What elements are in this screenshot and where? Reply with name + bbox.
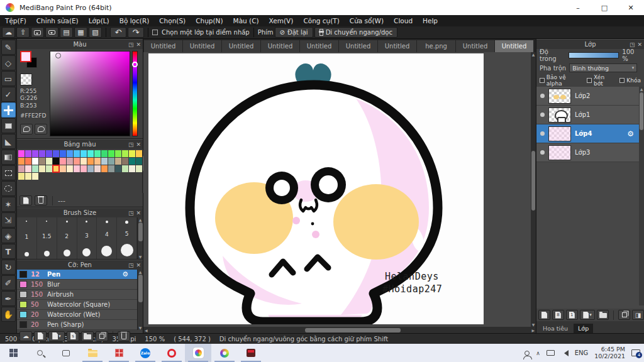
blend-mode-dropdown[interactable]: Bình thường ▾ — [569, 63, 637, 72]
palette-swatch[interactable] — [115, 158, 121, 165]
popout-icon[interactable]: ◳ — [128, 41, 134, 48]
taskbar-clock[interactable]: 6:45 PM 10/2/2021 — [594, 346, 625, 360]
panel-layout-icon[interactable]: ▦ — [74, 27, 87, 38]
palette-swatch[interactable] — [122, 158, 128, 165]
close-icon[interactable]: ✕ — [136, 41, 141, 48]
brush-cloud-button[interactable]: ☁ — [19, 331, 32, 341]
canvas-viewport[interactable]: HelanDeys #Hoidap247 ▲ ▼ — [143, 52, 536, 327]
task-view-button[interactable] — [53, 344, 79, 362]
palette-add-button[interactable] — [35, 124, 47, 134]
palette-swatch[interactable] — [18, 173, 25, 180]
palette-swatch[interactable] — [108, 150, 114, 157]
palette-swatch[interactable] — [87, 150, 94, 157]
palette-swatch[interactable] — [53, 150, 59, 157]
document-tab[interactable]: Untitled — [183, 40, 221, 52]
document-icon[interactable]: ▤ — [60, 27, 73, 38]
palette-swatch[interactable] — [74, 150, 80, 157]
menu-item[interactable]: Bộ lọc(R) — [114, 17, 155, 25]
brush-duplicate-button[interactable] — [96, 331, 108, 341]
panel-edit-icon[interactable]: ▧ — [89, 27, 102, 38]
palette-swatch[interactable] — [18, 158, 25, 165]
palette-swatch[interactable] — [25, 165, 31, 172]
palette-swatch[interactable] — [32, 165, 38, 172]
palette-swatch[interactable] — [74, 158, 80, 165]
scroll-down-icon[interactable]: ▼ — [139, 326, 142, 330]
palette-swatch[interactable] — [18, 150, 25, 157]
palette-swatch[interactable] — [60, 165, 66, 172]
opera-app-button[interactable] — [158, 344, 185, 362]
palette-swatch[interactable] — [67, 150, 73, 157]
brush-item[interactable]: 150Blur — [17, 280, 137, 290]
menu-item[interactable]: Màu (C) — [228, 17, 264, 25]
brush-size-option[interactable]: 5 — [117, 217, 137, 259]
layer-visibility-dot[interactable] — [540, 112, 545, 117]
palette-swatch[interactable] — [25, 150, 31, 157]
palette-swatch[interactable] — [80, 158, 87, 165]
move-tool[interactable] — [1, 102, 16, 118]
start-button[interactable] — [0, 344, 26, 362]
brush-script-button[interactable]: s — [67, 331, 79, 341]
new-palette-button[interactable] — [19, 195, 32, 206]
menu-item[interactable]: Lớp(L) — [84, 17, 114, 25]
palette-swatch[interactable] — [25, 173, 31, 180]
fill-rect-tool[interactable] — [1, 118, 16, 133]
brush-size-option[interactable]: 4 — [97, 217, 117, 259]
upload-icon[interactable]: ⇧ — [16, 27, 30, 38]
palette-swatch[interactable] — [60, 150, 66, 157]
paint-app-button[interactable] — [211, 344, 238, 362]
brush-size-option[interactable]: 1 — [17, 217, 37, 259]
menu-item[interactable]: Xem(V) — [264, 17, 299, 25]
palette-swatch[interactable] — [18, 165, 25, 172]
close-icon[interactable]: ✕ — [637, 41, 642, 48]
gear-icon[interactable]: ⚙ — [627, 129, 634, 138]
opacity-slider[interactable] — [569, 52, 619, 58]
menu-item[interactable]: Công cụ(T) — [298, 17, 344, 25]
palette-swatch[interactable] — [46, 165, 52, 172]
document-tab[interactable]: Untitled — [144, 40, 182, 52]
maximize-button[interactable]: □ — [591, 0, 618, 15]
hue-slider[interactable] — [132, 51, 138, 136]
palette-swatch[interactable] — [94, 165, 101, 172]
new-brush-dropdown-button[interactable]: ▾ — [48, 331, 65, 341]
eraser-tool[interactable]: ◇ — [1, 55, 16, 70]
palette-swatch[interactable] — [129, 165, 135, 172]
redo-button[interactable]: ↷ — [128, 27, 144, 38]
people-icon[interactable] — [525, 351, 530, 356]
palette-swatch[interactable] — [32, 173, 38, 180]
delete-palette-button[interactable] — [35, 195, 47, 206]
palette-swatch[interactable] — [94, 150, 101, 157]
layer-folder-button[interactable] — [597, 310, 609, 320]
layer-row[interactable]: Lớp1 — [536, 106, 644, 124]
popout-icon[interactable]: ◳ — [128, 262, 134, 268]
scroll-up-icon[interactable]: ▲ — [640, 87, 643, 91]
palette-swatch[interactable] — [101, 165, 108, 172]
palette-swatch[interactable] — [32, 150, 38, 157]
duplicate-layer-button[interactable] — [618, 310, 630, 320]
scroll-up-icon[interactable]: ▲ — [532, 52, 535, 57]
palette-swatch[interactable] — [46, 150, 52, 157]
text-tool[interactable]: T — [1, 244, 16, 259]
menu-item[interactable]: Cloud — [389, 17, 418, 25]
eyedropper-tool[interactable]: ✐ — [1, 275, 16, 290]
layer-row[interactable]: Lớp3 — [536, 143, 644, 162]
transparent-color-swatch[interactable] — [20, 74, 32, 85]
palette-swatch[interactable] — [25, 158, 31, 165]
palette-swatch[interactable] — [39, 150, 45, 157]
reset-button[interactable]: ⊘ Đặt lại — [275, 27, 313, 38]
brush-item[interactable]: 12Pen⚙ — [17, 270, 137, 280]
menu-item[interactable]: Cửa sổ(W) — [345, 17, 389, 25]
layer-row[interactable]: Lớp4⚙ — [536, 124, 644, 143]
scroll-handle[interactable] — [138, 222, 143, 241]
zalo-app-button[interactable]: Zalo — [132, 344, 158, 362]
medibang-app-button[interactable] — [185, 344, 211, 362]
language-indicator[interactable]: ENG — [575, 349, 589, 356]
layers-panel-tab[interactable]: Lớp — [574, 324, 593, 333]
hand-tool[interactable]: ✋ — [1, 307, 16, 322]
scroll-right-icon[interactable]: ▶ — [531, 328, 535, 332]
palette-swatch[interactable] — [46, 158, 52, 165]
palette-mode-button[interactable] — [20, 124, 33, 134]
gradient-tool[interactable] — [1, 150, 16, 165]
palette-swatch[interactable] — [94, 158, 101, 165]
popout-icon[interactable]: ◳ — [128, 141, 134, 148]
close-button[interactable]: ✕ — [618, 0, 644, 15]
